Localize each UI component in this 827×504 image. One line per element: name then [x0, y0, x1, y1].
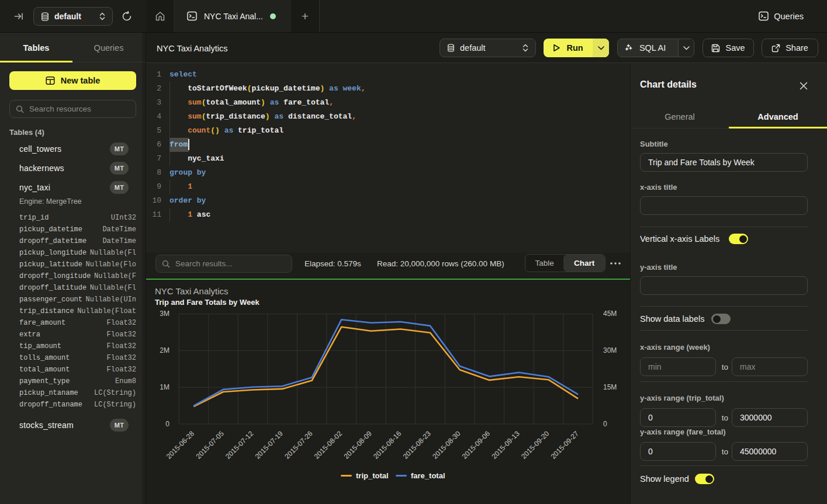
- svg-text:45M: 45M: [603, 310, 617, 318]
- svg-text:30M: 30M: [603, 346, 617, 354]
- svg-text:3M: 3M: [160, 310, 169, 318]
- svg-text:2015-09-06: 2015-09-06: [461, 429, 492, 461]
- svg-text:2015-07-12: 2015-07-12: [224, 429, 255, 461]
- svg-text:2015-06-28: 2015-06-28: [165, 429, 196, 461]
- svg-text:2015-09-27: 2015-09-27: [549, 429, 581, 461]
- svg-text:2015-07-19: 2015-07-19: [254, 429, 285, 461]
- svg-text:2015-08-02: 2015-08-02: [313, 429, 344, 461]
- svg-text:2015-09-13: 2015-09-13: [490, 429, 521, 461]
- svg-text:0: 0: [165, 420, 169, 428]
- svg-text:trip_total: trip_total: [356, 471, 389, 480]
- svg-text:2015-08-16: 2015-08-16: [372, 429, 403, 461]
- svg-text:2M: 2M: [160, 346, 169, 354]
- svg-text:fare_total: fare_total: [411, 471, 445, 480]
- svg-text:15M: 15M: [603, 383, 617, 391]
- svg-text:2015-09-20: 2015-09-20: [520, 429, 551, 461]
- svg-text:2015-07-26: 2015-07-26: [283, 429, 314, 461]
- svg-text:2015-08-09: 2015-08-09: [342, 429, 373, 461]
- svg-text:2015-08-23: 2015-08-23: [402, 429, 433, 461]
- svg-text:1M: 1M: [160, 383, 169, 391]
- svg-text:2015-08-30: 2015-08-30: [431, 429, 462, 461]
- svg-text:2015-07-05: 2015-07-05: [194, 429, 226, 461]
- svg-text:0: 0: [603, 420, 607, 428]
